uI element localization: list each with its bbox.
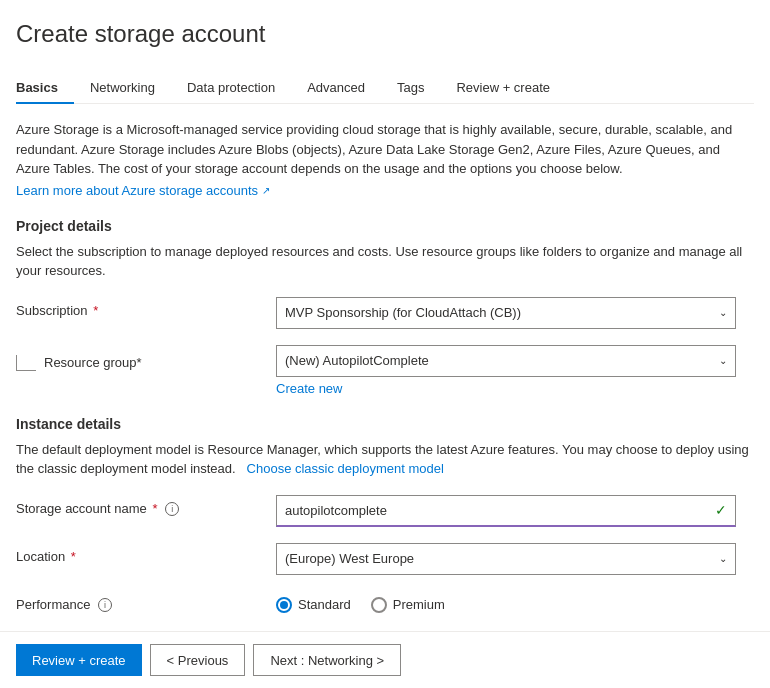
tab-data-protection[interactable]: Data protection bbox=[171, 72, 291, 103]
instance-details-section: Instance details The default deployment … bbox=[16, 416, 754, 613]
resource-group-required: * bbox=[137, 355, 142, 370]
location-control: (Europe) West Europe ⌄ bbox=[276, 543, 754, 575]
storage-account-name-row: Storage account name * i autopilotcomple… bbox=[16, 495, 754, 527]
resource-group-control: (New) AutopilotComplete ⌄ Create new bbox=[276, 345, 754, 396]
create-new-link[interactable]: Create new bbox=[276, 381, 342, 396]
instance-details-desc: The default deployment model is Resource… bbox=[16, 440, 754, 479]
previous-button[interactable]: < Previous bbox=[150, 644, 246, 676]
validation-checkmark-icon: ✓ bbox=[715, 502, 727, 518]
next-button[interactable]: Next : Networking > bbox=[253, 644, 401, 676]
location-chevron-icon: ⌄ bbox=[719, 553, 727, 564]
tab-tags[interactable]: Tags bbox=[381, 72, 440, 103]
performance-info-icon[interactable]: i bbox=[98, 598, 112, 612]
subscription-required: * bbox=[93, 303, 98, 318]
tab-review-create[interactable]: Review + create bbox=[440, 72, 566, 103]
resource-group-label-col: Resource group * bbox=[16, 345, 276, 371]
resource-group-dropdown[interactable]: (New) AutopilotComplete ⌄ bbox=[276, 345, 736, 377]
storage-account-name-input[interactable]: autopilotcomplete ✓ bbox=[276, 495, 736, 527]
storage-name-required: * bbox=[152, 501, 157, 516]
subscription-chevron-icon: ⌄ bbox=[719, 307, 727, 318]
subscription-control: MVP Sponsorship (for CloudAttach (CB)) ⌄ bbox=[276, 297, 754, 329]
tabs-nav: Basics Networking Data protection Advanc… bbox=[16, 72, 754, 104]
performance-radio-group: Standard Premium bbox=[276, 591, 754, 613]
storage-account-name-control: autopilotcomplete ✓ bbox=[276, 495, 754, 527]
location-required: * bbox=[71, 549, 76, 564]
performance-label: Performance i bbox=[16, 591, 276, 613]
storage-name-info-icon[interactable]: i bbox=[165, 502, 179, 516]
performance-standard-option[interactable]: Standard bbox=[276, 597, 351, 613]
subscription-label: Subscription * bbox=[16, 297, 276, 318]
resource-group-row: Resource group * (New) AutopilotComplete… bbox=[16, 345, 754, 396]
subscription-row: Subscription * MVP Sponsorship (for Clou… bbox=[16, 297, 754, 329]
performance-standard-radio[interactable] bbox=[276, 597, 292, 613]
performance-control: Standard Premium bbox=[276, 591, 754, 613]
review-create-button[interactable]: Review + create bbox=[16, 644, 142, 676]
location-dropdown[interactable]: (Europe) West Europe ⌄ bbox=[276, 543, 736, 575]
classic-deployment-link[interactable]: Choose classic deployment model bbox=[247, 461, 444, 476]
bottom-bar: Review + create < Previous Next : Networ… bbox=[0, 631, 770, 688]
location-label: Location * bbox=[16, 543, 276, 564]
subscription-dropdown[interactable]: MVP Sponsorship (for CloudAttach (CB)) ⌄ bbox=[276, 297, 736, 329]
description-text: Azure Storage is a Microsoft-managed ser… bbox=[16, 120, 754, 179]
project-details-title: Project details bbox=[16, 218, 754, 234]
tab-basics[interactable]: Basics bbox=[16, 72, 74, 103]
resource-group-chevron-icon: ⌄ bbox=[719, 355, 727, 366]
storage-account-name-label: Storage account name * i bbox=[16, 495, 276, 517]
indent-connector bbox=[16, 355, 36, 371]
performance-premium-radio[interactable] bbox=[371, 597, 387, 613]
project-details-desc: Select the subscription to manage deploy… bbox=[16, 242, 754, 281]
learn-more-link[interactable]: Learn more about Azure storage accounts … bbox=[16, 183, 270, 198]
project-details-section: Project details Select the subscription … bbox=[16, 218, 754, 396]
performance-premium-option[interactable]: Premium bbox=[371, 597, 445, 613]
performance-row: Performance i Standard Premium bbox=[16, 591, 754, 613]
page-title: Create storage account bbox=[16, 20, 754, 48]
external-link-icon: ↗ bbox=[262, 185, 270, 196]
tab-networking[interactable]: Networking bbox=[74, 72, 171, 103]
location-row: Location * (Europe) West Europe ⌄ bbox=[16, 543, 754, 575]
tab-advanced[interactable]: Advanced bbox=[291, 72, 381, 103]
instance-details-title: Instance details bbox=[16, 416, 754, 432]
